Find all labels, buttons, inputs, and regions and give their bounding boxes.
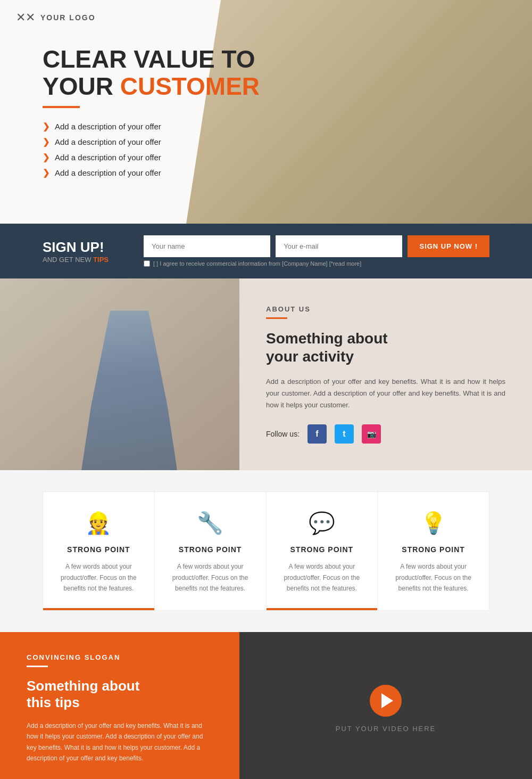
- list-item: ❯Add a description of your offer: [43, 121, 489, 132]
- strong-card-1: 👷 STRONG POINT A few words about your pr…: [43, 491, 154, 610]
- email-input[interactable]: [276, 235, 402, 257]
- slogan-underline: [27, 666, 48, 667]
- slogan-text: Add a description of your offer and key …: [27, 720, 213, 764]
- hero-title: CLEAR VALUE TO YOUR CUSTOMER: [43, 46, 489, 100]
- card-icon-2: 🔧: [197, 511, 223, 536]
- slogan-section: CONVINCING SLOGAN Something about this t…: [0, 632, 532, 779]
- signup-button[interactable]: SIGN UP NOW !: [408, 235, 489, 257]
- about-section: ABOUT US Something about your activity A…: [0, 278, 532, 470]
- logo-bar: ✕✕ YOUR LOGO: [0, 0, 532, 35]
- signup-section: SIGN UP! AND GET NEW TIPS SIGN UP NOW ! …: [0, 224, 532, 278]
- play-button[interactable]: [370, 685, 402, 717]
- video-placeholder-area: PUT YOUR VIDEO HERE: [239, 632, 532, 779]
- hero-features-list: ❯Add a description of your offer ❯Add a …: [43, 121, 489, 178]
- about-image: [0, 278, 239, 470]
- slogan-left: CONVINCING SLOGAN Something about this t…: [0, 632, 239, 779]
- about-heading: Something about your activity: [266, 330, 505, 365]
- card-title-4: STRONG POINT: [402, 545, 465, 554]
- strong-card-4: 💡 STRONG POINT A few words about your pr…: [377, 491, 489, 610]
- slogan-heading: Something about this tips: [27, 678, 213, 711]
- arrow-icon: ❯: [43, 137, 49, 147]
- hero-section: ✕✕ YOUR LOGO CLEAR VALUE TO YOUR CUSTOME…: [0, 0, 532, 224]
- facebook-button[interactable]: f: [307, 424, 327, 444]
- list-item: ❯Add a description of your offer: [43, 168, 489, 178]
- strong-points-grid: 👷 STRONG POINT A few words about your pr…: [43, 491, 489, 610]
- signup-subline: AND GET NEW TIPS: [43, 256, 128, 264]
- card-text-3: A few words about your product/offer. Fo…: [280, 561, 364, 594]
- video-placeholder: PUT YOUR VIDEO HERE: [336, 685, 436, 733]
- hero-content: CLEAR VALUE TO YOUR CUSTOMER ❯Add a desc…: [0, 35, 532, 188]
- about-content: ABOUT US Something about your activity A…: [239, 278, 532, 470]
- instagram-button[interactable]: 📷: [362, 424, 381, 444]
- agree-checkbox[interactable]: [144, 260, 150, 267]
- name-input[interactable]: [144, 235, 270, 257]
- strong-points-section: 👷 STRONG POINT A few words about your pr…: [0, 470, 532, 632]
- card-icon-4: 💡: [420, 511, 447, 536]
- play-icon: [381, 693, 393, 708]
- signup-inputs-row: SIGN UP NOW !: [144, 235, 489, 257]
- card-icon-1: 👷: [85, 511, 112, 536]
- card-title-2: STRONG POINT: [179, 545, 242, 554]
- twitter-button[interactable]: t: [335, 424, 354, 444]
- card-text-2: A few words about your product/offer. Fo…: [168, 561, 253, 594]
- signup-form: SIGN UP NOW ! [ ] I agree to receive com…: [144, 235, 489, 267]
- signup-label-block: SIGN UP! AND GET NEW TIPS: [43, 239, 128, 264]
- card-text-1: A few words about your product/offer. Fo…: [56, 561, 141, 594]
- arrow-icon: ❯: [43, 152, 49, 162]
- social-row: Follow us: f t 📷: [266, 424, 505, 444]
- about-section-label: ABOUT US: [266, 305, 505, 313]
- arrow-icon: ❯: [43, 121, 49, 132]
- card-title-3: STRONG POINT: [290, 545, 354, 554]
- signup-agreement: [ ] I agree to receive commercial inform…: [144, 260, 489, 267]
- follow-label: Follow us:: [266, 430, 300, 438]
- card-title-1: STRONG POINT: [67, 545, 130, 554]
- hero-underline: [43, 106, 80, 108]
- strong-card-3: 💬 STRONG POINT A few words about your pr…: [266, 491, 378, 610]
- slogan-label: CONVINCING SLOGAN: [27, 653, 213, 661]
- card-text-4: A few words about your product/offer. Fo…: [391, 561, 476, 594]
- logo-text: YOUR LOGO: [40, 13, 96, 22]
- arrow-icon: ❯: [43, 168, 49, 178]
- about-underline: [266, 317, 287, 319]
- card-icon-3: 💬: [309, 511, 335, 536]
- strong-card-2: 🔧 STRONG POINT A few words about your pr…: [154, 491, 266, 610]
- about-description: Add a description of your offer and key …: [266, 376, 505, 411]
- list-item: ❯Add a description of your offer: [43, 152, 489, 162]
- list-item: ❯Add a description of your offer: [43, 137, 489, 147]
- signup-headline: SIGN UP!: [43, 239, 128, 256]
- video-label: PUT YOUR VIDEO HERE: [336, 725, 436, 733]
- logo-icon: ✕✕: [16, 11, 35, 24]
